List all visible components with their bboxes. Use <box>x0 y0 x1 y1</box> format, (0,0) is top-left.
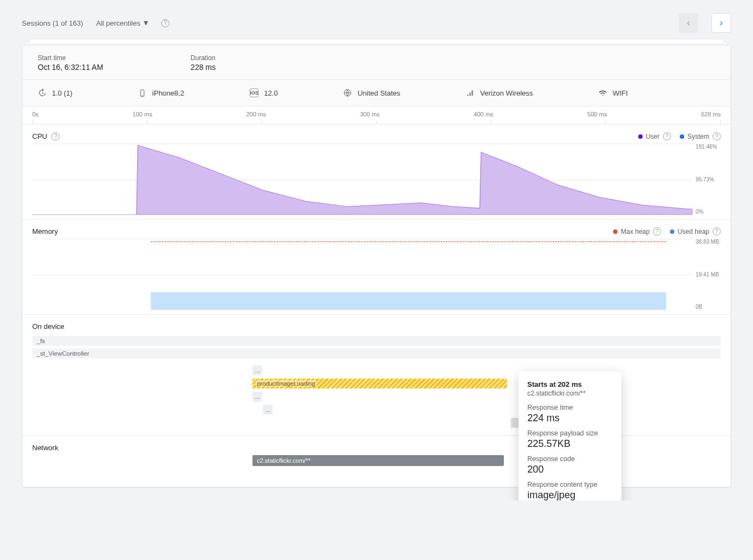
memory-section: Memory Max heap? Used heap? 38.83 MB 19.… <box>22 220 731 315</box>
help-icon[interactable]: ? <box>161 19 169 27</box>
help-icon[interactable]: ? <box>713 227 721 235</box>
signal-icon <box>466 89 475 97</box>
ondevice-title: On device <box>32 322 64 331</box>
help-icon[interactable]: ? <box>51 132 60 140</box>
tooltip-rt-label: Response time <box>527 404 613 411</box>
ios-icon: iOS <box>250 89 258 97</box>
cpu-section: CPU ? User? System? 191.46% 95.73% 0% <box>22 125 731 220</box>
chevron-left-icon: ‹ <box>687 19 690 27</box>
trace-row-viewcontroller[interactable]: _st_ViewController <box>32 349 721 358</box>
wifi-icon <box>598 89 607 97</box>
ruler-tick: 200 ms <box>246 111 266 117</box>
ruler-tick: 628 ms <box>701 111 721 117</box>
ruler-tick: 0s <box>32 111 39 117</box>
start-time-label: Start time <box>38 54 103 62</box>
meta-country: United States <box>357 89 400 97</box>
tooltip-ctype-label: Response content type <box>527 481 613 488</box>
tooltip-size-value: 225.57KB <box>527 438 613 450</box>
session-header: Start time Oct 16, 6:32:11 AM Duration 2… <box>22 45 731 80</box>
svg-point-1 <box>142 95 143 96</box>
trace-chip-collapsed[interactable]: ... <box>263 405 273 415</box>
cpu-y-min: 0% <box>696 209 721 215</box>
timeline-ruler: 0s 100 ms 200 ms 300 ms 400 ms 500 ms 62… <box>22 107 731 125</box>
globe-icon <box>343 89 352 97</box>
mem-y-max: 38.83 MB <box>696 239 721 245</box>
legend-usedheap: Used heap? <box>670 227 721 235</box>
meta-version: 1.0 (1) <box>52 89 73 97</box>
ruler-tick: 400 ms <box>474 111 493 117</box>
trace-chip-collapsed[interactable]: ... <box>252 392 262 402</box>
network-tooltip: Starts at 202 ms c2.staticflickr.com/** … <box>519 372 621 500</box>
chevron-down-icon: ▾ <box>144 19 148 27</box>
ruler-tick: 100 ms <box>133 111 152 117</box>
tooltip-ctype-value: image/jpeg <box>527 490 613 500</box>
cpu-title: CPU <box>32 132 47 140</box>
legend-user: User? <box>638 132 671 140</box>
ruler-tick: 500 ms <box>587 111 607 117</box>
max-heap-line <box>151 241 666 242</box>
mem-y-min: 0B <box>696 304 721 310</box>
tooltip-url: c2.staticflickr.com/** <box>527 390 613 397</box>
memory-title: Memory <box>32 227 58 235</box>
legend-maxheap: Max heap? <box>613 227 661 235</box>
cpu-y-mid: 95.73% <box>696 176 721 182</box>
duration-label: Duration <box>191 54 216 62</box>
meta-os: 12.0 <box>264 89 278 97</box>
tooltip-rt-value: 224 ms <box>527 412 613 424</box>
help-icon[interactable]: ? <box>653 227 661 235</box>
percentile-dropdown[interactable]: All percentiles ▾ <box>96 19 148 27</box>
cpu-y-max: 191.46% <box>696 144 721 150</box>
meta-carrier: Verizon Wireless <box>480 89 533 97</box>
history-icon <box>38 89 46 97</box>
memory-chart[interactable] <box>32 239 692 310</box>
trace-chip-collapsed[interactable]: ... <box>252 366 262 375</box>
start-time-value: Oct 16, 6:32:11 AM <box>38 63 103 72</box>
tooltip-code-label: Response code <box>527 455 613 463</box>
percentile-label: All percentiles <box>96 19 140 27</box>
prev-session-button[interactable]: ‹ <box>679 13 698 33</box>
meta-device: iPhone8,2 <box>152 89 185 97</box>
network-request-bar[interactable]: c2.staticflickr.com/** <box>252 455 504 466</box>
network-title: Network <box>32 444 58 452</box>
legend-system: System? <box>680 132 721 140</box>
help-icon[interactable]: ? <box>663 132 671 140</box>
help-icon[interactable]: ? <box>713 132 721 140</box>
sessions-count: Sessions (1 of 163) <box>22 19 83 27</box>
used-heap-area <box>151 292 666 310</box>
trace-chip-product-image[interactable]: productImageLoading <box>252 379 507 388</box>
chevron-right-icon: › <box>720 19 722 27</box>
ondevice-section: On device _fs _st_ViewController ... pro… <box>22 315 731 436</box>
phone-icon <box>138 89 147 97</box>
network-section: Network c2.staticflickr.com/** Starts at… <box>22 436 731 487</box>
tooltip-size-label: Response payload size <box>527 429 613 437</box>
session-card: Start time Oct 16, 6:32:11 AM Duration 2… <box>22 45 731 487</box>
duration-value: 228 ms <box>191 63 216 72</box>
meta-network: WIFI <box>613 89 627 97</box>
mem-y-mid: 19.41 MB <box>696 272 721 278</box>
ruler-tick: 300 ms <box>360 111 380 117</box>
tooltip-start: Starts at 202 ms <box>527 380 613 388</box>
next-session-button[interactable]: › <box>711 13 731 33</box>
session-meta-row: 1.0 (1) iPhone8,2 iOS 12.0 United States… <box>22 80 731 107</box>
tooltip-code-value: 200 <box>527 464 613 475</box>
cpu-chart[interactable] <box>32 144 692 215</box>
trace-row-fs[interactable]: _fs <box>32 336 721 346</box>
